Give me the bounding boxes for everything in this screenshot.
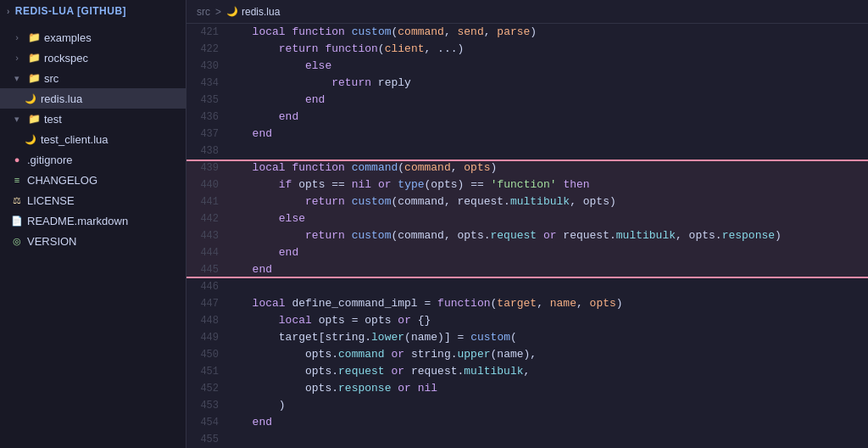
file-tree: › REDIS-LUA [GITHUB] › 📁examples› 📁rocks…: [0, 0, 186, 448]
folder-icon: 📁: [27, 31, 41, 44]
line-code: [229, 278, 868, 295]
line-code: if opts == nil or type(opts) == 'functio…: [229, 176, 868, 193]
sidebar-item-label: README.markdown: [27, 215, 128, 227]
line-code: return custom(command, opts.request or r…: [229, 227, 868, 244]
folder-icon: 📁: [27, 71, 41, 85]
table-row: 446: [186, 278, 868, 295]
line-number: 434: [186, 75, 229, 92]
file-icon-changelog: ≡: [10, 173, 24, 187]
sidebar-item-label: test_client.lua: [41, 133, 108, 146]
table-row: 438: [186, 143, 868, 160]
line-number: 422: [186, 41, 229, 58]
sidebar-item-label: LICENSE: [27, 194, 75, 207]
line-code: return custom(command, request.multibulk…: [229, 193, 868, 210]
sidebar-item-gitignore[interactable]: ●.gitignore: [0, 149, 186, 170]
line-code: return reply: [229, 75, 868, 92]
line-code: end: [229, 414, 868, 431]
sidebar-item-examples[interactable]: › 📁examples: [0, 27, 186, 48]
line-number: 437: [186, 126, 229, 143]
sidebar-item-test[interactable]: ▾ 📁test: [0, 109, 186, 129]
sidebar-item-license[interactable]: ⚖LICENSE: [0, 190, 186, 210]
line-code: else: [229, 58, 868, 75]
code-editor[interactable]: 421 local function custom(command, send,…: [186, 24, 868, 448]
breadcrumb-sep: >: [215, 6, 221, 18]
line-number: 435: [186, 92, 229, 109]
line-number: 455: [186, 431, 229, 448]
sidebar-item-label: VERSION: [27, 235, 77, 248]
line-number: 449: [186, 329, 229, 346]
file-icon-lua: 🌙: [24, 132, 37, 146]
sidebar-item-label: src: [44, 72, 58, 85]
line-number: 446: [186, 278, 229, 295]
table-row: 455: [186, 431, 868, 448]
table-row: 449 target[string.lower(name)] = custom(: [186, 329, 868, 346]
table-row: 439 local function command(command, opts…: [186, 160, 868, 176]
table-row: 422 return function(client, ...): [186, 41, 868, 58]
sidebar-title: › REDIS-LUA [GITHUB]: [0, 0, 186, 22]
file-icon-readme: 📄: [10, 214, 24, 227]
main-content: src > 🌙 redis.lua 421 local function cus…: [186, 0, 868, 448]
breadcrumb-file: redis.lua: [242, 6, 280, 18]
line-number: 421: [186, 24, 229, 41]
table-row: 443 return custom(command, opts.request …: [186, 227, 868, 244]
line-number: 445: [186, 261, 229, 278]
line-code: ): [229, 397, 868, 414]
code-table: 421 local function custom(command, send,…: [186, 24, 868, 448]
line-code: end: [229, 244, 868, 261]
line-number: 450: [186, 346, 229, 363]
sidebar-item-redis-lua[interactable]: 🌙redis.lua: [0, 88, 186, 109]
line-code: local define_command_impl = function(tar…: [229, 295, 868, 312]
line-number: 436: [186, 109, 229, 126]
line-number: 440: [186, 176, 229, 193]
table-row: 447 local define_command_impl = function…: [186, 295, 868, 312]
folder-chevron-icon: ›: [10, 31, 24, 44]
line-code: [229, 431, 868, 448]
sidebar-item-label: rockspec: [44, 52, 88, 64]
table-row: 421 local function custom(command, send,…: [186, 24, 868, 41]
table-row: 450 opts.command or string.upper(name),: [186, 346, 868, 363]
line-code: opts.response or nil: [229, 380, 868, 397]
folder-icon: 📁: [27, 112, 41, 126]
table-row: 434 return reply: [186, 75, 868, 92]
table-row: 441 return custom(command, request.multi…: [186, 193, 868, 210]
sidebar-item-changelog[interactable]: ≡CHANGELOG: [0, 170, 186, 190]
line-number: 454: [186, 414, 229, 431]
table-row: 452 opts.response or nil: [186, 380, 868, 397]
line-number: 447: [186, 295, 229, 312]
line-number: 448: [186, 312, 229, 329]
table-row: 453 ): [186, 397, 868, 414]
line-code: else: [229, 210, 868, 227]
table-row: 445 end: [186, 261, 868, 278]
sidebar-item-test_client[interactable]: 🌙test_client.lua: [0, 129, 186, 149]
sidebar-item-label: examples: [44, 31, 92, 44]
line-number: 453: [186, 397, 229, 414]
line-number: 439: [186, 160, 229, 176]
line-code: return function(client, ...): [229, 41, 868, 58]
folder-chevron-icon: ›: [10, 51, 24, 64]
table-row: 437 end: [186, 126, 868, 143]
line-number: 452: [186, 380, 229, 397]
line-code: end: [229, 261, 868, 278]
line-code: target[string.lower(name)] = custom(: [229, 329, 868, 346]
breadcrumb-path: src: [197, 6, 210, 18]
sidebar-item-label: test: [44, 113, 62, 126]
tree-root: › 📁examples› 📁rockspec▾ 📁src🌙redis.lua▾ …: [0, 22, 186, 256]
line-code: end: [229, 126, 868, 143]
line-code: opts.request or request.multibulk,: [229, 363, 868, 380]
file-icon-lua: 🌙: [24, 92, 37, 105]
line-number: 438: [186, 143, 229, 160]
line-code: end: [229, 92, 868, 109]
folder-icon: 📁: [27, 51, 41, 64]
sidebar-item-rockspec[interactable]: › 📁rockspec: [0, 48, 186, 68]
sidebar-item-version[interactable]: ◎VERSION: [0, 231, 186, 251]
sidebar-item-readme[interactable]: 📄README.markdown: [0, 210, 186, 231]
line-code: local function command(command, opts): [229, 160, 868, 176]
table-row: 448 local opts = opts or {}: [186, 312, 868, 329]
line-code: local opts = opts or {}: [229, 312, 868, 329]
table-row: 430 else: [186, 58, 868, 75]
line-code: opts.command or string.upper(name),: [229, 346, 868, 363]
sidebar-item-label: redis.lua: [41, 92, 82, 105]
sidebar-item-src[interactable]: ▾ 📁src: [0, 68, 186, 88]
folder-chevron-icon: ▾: [10, 71, 24, 85]
file-icon-version: ◎: [10, 234, 24, 248]
